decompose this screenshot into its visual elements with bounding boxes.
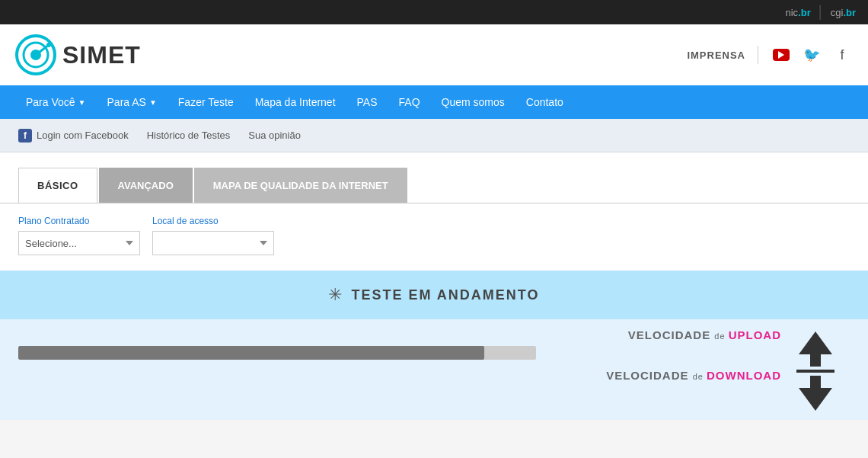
- nav-quem-somos[interactable]: Quem somos: [431, 85, 515, 119]
- local-select[interactable]: [152, 231, 274, 255]
- download-arrow-icon: [799, 388, 832, 411]
- cgi-br-text: cgi.br: [831, 7, 856, 18]
- social-icons: 🐦 f: [771, 44, 853, 66]
- nic-br-text: nic.br: [786, 7, 811, 18]
- download-bar-icon: [810, 376, 821, 388]
- logo-area: SIMET: [15, 34, 141, 75]
- tabs-section: BÁSICO AVANÇADO MAPA DE QUALIDADE DA INT…: [0, 152, 868, 203]
- upload-progress-bar: [18, 346, 536, 360]
- historico-testes-label: Histórico de Testes: [147, 130, 231, 141]
- spinner-icon: ✳: [328, 285, 342, 305]
- nav-mapa-internet[interactable]: Mapa da Internet: [244, 85, 346, 119]
- nav-contato[interactable]: Contato: [515, 85, 574, 119]
- sub-nav: f Login com Facebook Histórico de Testes…: [0, 119, 868, 152]
- sua-opiniao-label: Sua opinião: [248, 130, 301, 141]
- tab-basico[interactable]: BÁSICO: [18, 168, 97, 203]
- upload-download-combined-icon: [796, 331, 834, 411]
- tab-content: Plano Contratado Local de acesso Selecio…: [0, 203, 868, 271]
- nav-arrow-para-as: ▼: [149, 98, 157, 107]
- yt-play-arrow: [778, 51, 784, 59]
- svg-point-4: [46, 43, 51, 47]
- facebook-header-icon[interactable]: f: [831, 44, 853, 66]
- top-bar-divider: │: [817, 5, 825, 19]
- nav-fazer-teste[interactable]: Fazer Teste: [168, 85, 244, 119]
- historico-testes-item[interactable]: Histórico de Testes: [147, 130, 231, 141]
- nav-bar: Para Você ▼ Para AS ▼ Fazer Teste Mapa d…: [0, 85, 868, 119]
- twitter-icon[interactable]: 🐦: [801, 44, 822, 66]
- nav-faq[interactable]: FAQ: [388, 85, 431, 119]
- test-section: ✳ TESTE EM ANDAMENTO: [0, 271, 868, 319]
- tabs-row: BÁSICO AVANÇADO MAPA DE QUALIDADE DA INT…: [18, 168, 850, 203]
- yt-icon-shape: [773, 49, 790, 61]
- login-facebook-label: Login com Facebook: [37, 130, 129, 141]
- nav-para-voce[interactable]: Para Você ▼: [15, 85, 97, 119]
- logo-icon: [15, 34, 56, 75]
- test-status-text: TESTE EM ANDAMENTO: [351, 287, 539, 303]
- header-divider: [758, 46, 758, 64]
- speed-section: VELOCIDADE de UPLOAD VELOCIDADE de DOWNL…: [0, 319, 868, 420]
- sua-opiniao-item[interactable]: Sua opinião: [248, 130, 301, 141]
- upload-download-icon-area: [781, 328, 850, 411]
- login-facebook-item[interactable]: f Login com Facebook: [18, 129, 129, 143]
- selects-row: Selecione...: [18, 231, 850, 255]
- plano-label: Plano Contratado: [18, 216, 140, 226]
- field-labels: Plano Contratado Local de acesso: [18, 216, 850, 226]
- download-label: VELOCIDADE de DOWNLOAD: [18, 369, 781, 382]
- nav-pas[interactable]: PAS: [346, 85, 388, 119]
- local-label: Local de acesso: [152, 216, 274, 226]
- content-area: BÁSICO AVANÇADO MAPA DE QUALIDADE DA INT…: [0, 152, 868, 458]
- logo-text: SIMET: [62, 41, 141, 69]
- upload-label: VELOCIDADE de UPLOAD: [18, 328, 781, 341]
- icon-divider: [796, 370, 834, 373]
- upload-bar-icon: [810, 354, 821, 367]
- nav-para-as[interactable]: Para AS ▼: [97, 85, 168, 119]
- upload-arrow-icon: [799, 331, 832, 354]
- facebook-icon: f: [18, 129, 32, 143]
- speed-left: VELOCIDADE de UPLOAD VELOCIDADE de DOWNL…: [18, 328, 781, 382]
- tab-mapa-qualidade[interactable]: MAPA DE QUALIDADE DA INTERNET: [194, 168, 407, 203]
- header-right: IMPRENSA 🐦 f: [687, 44, 853, 66]
- header: SIMET IMPRENSA 🐦 f: [0, 24, 868, 85]
- imprensa-text[interactable]: IMPRENSA: [687, 50, 745, 61]
- youtube-icon[interactable]: [771, 44, 792, 66]
- upload-progress-fill: [18, 346, 484, 360]
- tab-avancado[interactable]: AVANÇADO: [99, 168, 193, 203]
- plano-select[interactable]: Selecione...: [18, 231, 140, 255]
- nav-arrow-para-voce: ▼: [78, 98, 86, 107]
- top-bar: nic.br │ cgi.br: [0, 0, 868, 24]
